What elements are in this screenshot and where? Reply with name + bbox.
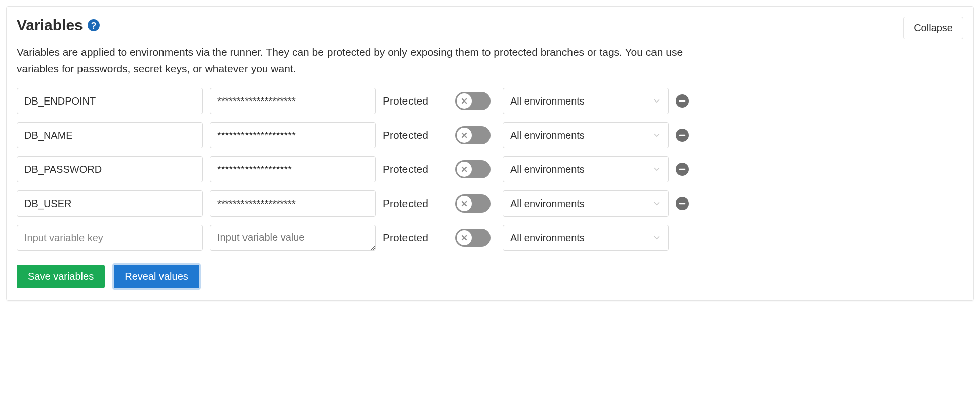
- toggle-knob: [457, 128, 472, 143]
- chevron-down-icon: [652, 199, 661, 208]
- environment-select[interactable]: All environments: [503, 122, 669, 148]
- help-icon[interactable]: ?: [87, 19, 100, 32]
- variables-panel: Variables ? Collapse Variables are appli…: [6, 6, 974, 301]
- protected-label: Protected: [383, 197, 448, 210]
- protected-toggle[interactable]: [455, 229, 491, 247]
- variable-row: Protected All environments: [17, 122, 963, 148]
- variable-value-input[interactable]: [210, 190, 376, 217]
- section-title: Variables ?: [17, 17, 100, 34]
- svg-text:?: ?: [91, 20, 96, 31]
- variable-value-input[interactable]: [210, 225, 376, 251]
- protected-label: Protected: [383, 163, 448, 175]
- chevron-down-icon: [652, 96, 661, 106]
- environment-select[interactable]: All environments: [503, 190, 669, 217]
- actions-bar: Save variables Reveal values: [17, 265, 963, 288]
- section-title-text: Variables: [17, 17, 83, 34]
- variable-value-input[interactable]: [210, 156, 376, 182]
- environment-select-value: All environments: [510, 164, 585, 175]
- remove-variable-button[interactable]: [676, 197, 689, 210]
- variables-list: Protected All environments Protected: [17, 88, 963, 251]
- chevron-down-icon: [652, 131, 661, 140]
- environment-select-value: All environments: [510, 130, 585, 141]
- reveal-values-button[interactable]: Reveal values: [114, 265, 199, 288]
- environment-select-value: All environments: [510, 232, 585, 244]
- environment-select[interactable]: All environments: [503, 225, 669, 251]
- remove-placeholder: [676, 231, 689, 244]
- remove-variable-button[interactable]: [676, 129, 689, 142]
- remove-variable-button[interactable]: [676, 163, 689, 176]
- variable-key-input[interactable]: [17, 88, 203, 114]
- variable-key-input[interactable]: [17, 122, 203, 148]
- toggle-knob: [457, 196, 472, 211]
- variable-row: Protected All environments: [17, 156, 963, 182]
- toggle-knob: [457, 93, 472, 109]
- remove-variable-button[interactable]: [676, 94, 689, 108]
- variable-row: Protected All environments: [17, 88, 963, 114]
- variable-row-new: Protected All environments: [17, 225, 963, 251]
- protected-toggle[interactable]: [455, 160, 491, 178]
- collapse-button[interactable]: Collapse: [903, 17, 963, 39]
- save-variables-button[interactable]: Save variables: [17, 265, 105, 288]
- variable-value-input[interactable]: [210, 122, 376, 148]
- environment-select[interactable]: All environments: [503, 88, 669, 114]
- environment-select-value: All environments: [510, 95, 585, 107]
- variable-row: Protected All environments: [17, 190, 963, 217]
- variable-key-input[interactable]: [17, 156, 203, 182]
- variable-value-input[interactable]: [210, 88, 376, 114]
- protected-toggle[interactable]: [455, 126, 491, 144]
- protected-toggle[interactable]: [455, 194, 491, 213]
- variable-key-input[interactable]: [17, 225, 203, 251]
- environment-select-value: All environments: [510, 198, 585, 210]
- section-description: Variables are applied to environments vi…: [17, 44, 721, 77]
- environment-select[interactable]: All environments: [503, 156, 669, 182]
- panel-header: Variables ? Collapse: [17, 17, 963, 39]
- protected-label: Protected: [383, 95, 448, 107]
- protected-label: Protected: [383, 232, 448, 244]
- chevron-down-icon: [652, 165, 661, 174]
- toggle-knob: [457, 162, 472, 177]
- toggle-knob: [457, 230, 472, 245]
- variable-key-input[interactable]: [17, 190, 203, 217]
- chevron-down-icon: [652, 233, 661, 242]
- protected-label: Protected: [383, 129, 448, 141]
- protected-toggle[interactable]: [455, 92, 491, 110]
